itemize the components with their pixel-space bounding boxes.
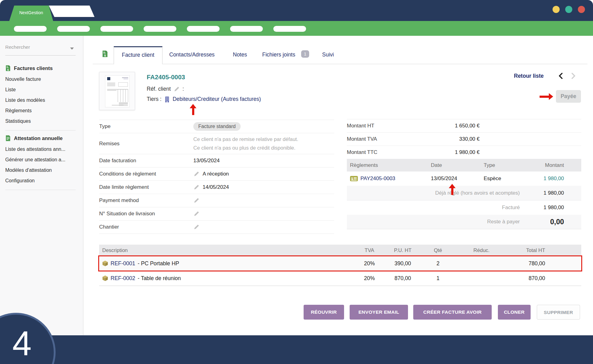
sidebar-section-factures: $ Factures clients Nouvelle facture List… <box>5 65 83 130</box>
svg-text:$: $ <box>7 68 9 71</box>
chevron-down-icon[interactable] <box>70 48 74 50</box>
payments-header-row: Règlements Date Type Montant <box>347 159 581 172</box>
lines-header-row: Description TVA P.U. HT Qté Réduc. Total… <box>99 245 581 256</box>
app-window: NextGestion $ Fact <box>0 0 593 364</box>
detail-label: Date facturation <box>99 158 193 164</box>
search-input[interactable] <box>5 44 67 50</box>
ref-client-label: Réf. client <box>147 86 171 92</box>
product-ref-link[interactable]: REF-0001 <box>111 260 135 267</box>
invoice-lines-table: Description TVA P.U. HT Qté Réduc. Total… <box>99 245 581 286</box>
summary-label: Reste à payer <box>347 219 520 225</box>
menu-pill[interactable] <box>100 26 133 32</box>
attachments-count-badge: 1 <box>301 50 309 58</box>
tiers-label: Tiers : <box>147 96 162 102</box>
sidebar-item-liste-modeles[interactable]: Liste des modèles <box>5 95 83 105</box>
edit-pencil-icon[interactable] <box>193 224 200 230</box>
app-title: NextGestion <box>19 10 43 15</box>
sidebar-item-liste-attestations[interactable]: Liste des attestations ann... <box>5 144 83 155</box>
detail-row-remises: Remises Ce client n'a pas de remise rela… <box>99 133 334 154</box>
sidebar-item-statistiques[interactable]: Statistiques <box>5 116 83 126</box>
edit-pencil-icon[interactable] <box>193 197 200 204</box>
chevron-left-icon[interactable] <box>558 72 563 79</box>
col-reduc: Réduc. <box>457 247 506 253</box>
detail-value: A réception <box>203 171 229 177</box>
menu-pill[interactable] <box>144 26 176 32</box>
sidebar-section-header[interactable]: Attestation annuelle <box>5 135 83 142</box>
payment-amount[interactable]: 1 980,00 <box>533 176 581 182</box>
back-to-list-link[interactable]: Retour liste <box>514 73 544 79</box>
delete-button: SUPPRIMER <box>537 305 580 320</box>
menu-pill[interactable] <box>187 26 220 32</box>
col-tva: TVA <box>352 247 386 253</box>
company-building-icon <box>164 96 170 102</box>
sidebar-item-liste[interactable]: Liste <box>5 85 83 95</box>
detail-label: Payment method <box>99 197 193 204</box>
minimize-light[interactable] <box>553 6 560 13</box>
sidebar-item-generer-attestation[interactable]: Générer une attestation a... <box>5 155 83 165</box>
edit-pencil-icon[interactable] <box>193 211 200 217</box>
maximize-light[interactable] <box>565 6 572 13</box>
menu-pill[interactable] <box>230 26 263 32</box>
product-desc: - PC Portable HP <box>138 260 179 267</box>
tab-suivi[interactable]: Suivi <box>322 52 334 58</box>
chevron-right-icon[interactable] <box>571 72 576 79</box>
line-tva: 20% <box>352 260 386 267</box>
col-type: Type <box>484 162 533 168</box>
sidebar-item-reglements[interactable]: Règlements <box>5 105 83 116</box>
payment-ref-link[interactable]: PAY2405-0003 <box>360 176 395 182</box>
payment-icon: $ <box>350 176 358 181</box>
annotation-arrow-up-tiers <box>190 104 196 115</box>
total-value: 1 650,00 € <box>433 123 480 129</box>
browser-tab-inactive[interactable] <box>49 6 95 17</box>
menu-pill[interactable] <box>57 26 90 32</box>
main-menubar <box>0 21 593 36</box>
send-email-button[interactable]: ENVOYER EMAIL <box>350 305 408 320</box>
total-label: Montant TVA <box>347 136 433 142</box>
summary-label: Déjà réglé (hors avoirs et acomptes) <box>347 190 520 196</box>
status-badge-paid: Payée <box>556 90 581 103</box>
clone-button[interactable]: CLONER <box>498 305 531 320</box>
product-cube-icon <box>102 260 108 267</box>
detail-value: 13/05/2024 <box>193 158 220 164</box>
ref-client-row: Réf. client : <box>147 86 184 92</box>
sidebar-item-nouvelle-facture[interactable]: Nouvelle facture <box>5 74 83 85</box>
menu-pill[interactable] <box>14 26 47 32</box>
sidebar: $ Factures clients Nouvelle facture List… <box>0 36 83 335</box>
tiers-link[interactable]: Debiteurs/Crediteur (Autres factures) <box>173 96 261 102</box>
close-light[interactable] <box>578 6 585 13</box>
create-credit-note-button[interactable]: CRÉER FACTURE AVOIR <box>413 305 492 320</box>
detail-row-situation-livraison: N° Situation de livraison <box>99 207 334 220</box>
detail-label: N° Situation de livraison <box>99 211 193 217</box>
reopen-button[interactable]: RÉOUVRIR <box>304 305 344 320</box>
tab-contacts-adresses[interactable]: Contacts/Adresses <box>169 52 215 58</box>
total-value: 1 980,00 € <box>433 149 480 155</box>
browser-tab-active[interactable]: NextGestion <box>9 6 53 21</box>
edit-pencil-icon[interactable] <box>174 86 180 92</box>
line-total: 780,00 <box>506 260 545 267</box>
section-title: Factures clients <box>14 65 53 71</box>
edit-pencil-icon[interactable] <box>193 184 200 190</box>
remise-note: Ce client n'a pas de remise relative par… <box>193 135 298 143</box>
total-row-ht: Montant HT 1 650,00 € <box>347 119 581 132</box>
detail-row-date-facturation: Date facturation 13/05/2024 <box>99 154 334 167</box>
summary-row-facture: Facturé 1 980,00 <box>347 200 581 215</box>
colon: : <box>183 86 184 92</box>
tab-notes[interactable]: Notes <box>233 52 247 58</box>
col-qte: Qté <box>419 247 457 253</box>
edit-pencil-icon[interactable] <box>193 171 200 177</box>
sidebar-item-configuration[interactable]: Configuration <box>5 176 83 186</box>
col-total-ht: Total HT <box>506 247 545 253</box>
sidebar-section-header[interactable]: $ Factures clients <box>5 65 83 72</box>
remaining-amount: 0,00 <box>520 218 581 226</box>
detail-value: 14/05/2024 <box>203 184 229 190</box>
invoice-thumbnail[interactable] <box>99 72 135 110</box>
section-title: Attestation annuelle <box>14 135 63 141</box>
divider <box>5 190 76 190</box>
svg-text:$: $ <box>104 54 106 57</box>
menu-pill[interactable] <box>273 26 306 32</box>
product-ref-link[interactable]: REF-0002 <box>111 275 135 282</box>
total-row-tva: Montant TVA 330,00 € <box>347 132 581 146</box>
tab-fichiers-joints[interactable]: Fichiers joints <box>262 52 295 58</box>
tab-facture-client[interactable]: Facture client <box>114 46 162 64</box>
sidebar-item-modeles-attestation[interactable]: Modèles d'attestation <box>5 165 83 176</box>
